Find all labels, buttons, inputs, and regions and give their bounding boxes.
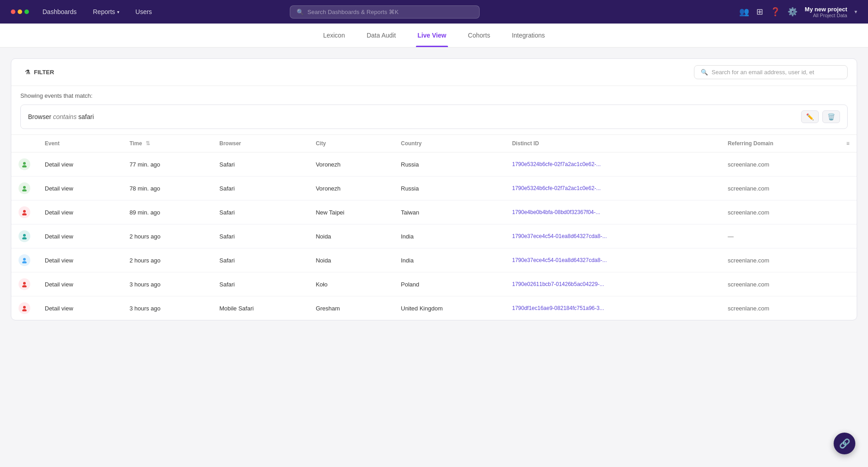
global-search[interactable]: 🔍 Search Dashboards & Reports ⌘K — [290, 5, 480, 19]
row-time: 2 hours ago — [122, 224, 212, 248]
svg-point-0 — [23, 162, 26, 165]
col-distinct-id: Distinct ID — [505, 135, 721, 152]
tab-live-view[interactable]: Live View — [416, 24, 448, 47]
svg-point-12 — [23, 306, 26, 309]
table-row[interactable]: Detail view 2 hours ago Safari Noida Ind… — [11, 248, 857, 272]
row-distinct-id[interactable]: 1790e02611bcb7-01426b5ac04229-... — [505, 272, 721, 296]
col-referring-domain: Referring Domain — [721, 135, 839, 152]
svg-point-3 — [22, 189, 27, 191]
columns-icon[interactable]: ≡ — [846, 140, 849, 147]
row-browser: Mobile Safari — [212, 296, 308, 320]
row-browser: Safari — [212, 200, 308, 224]
row-browser: Safari — [212, 272, 308, 296]
row-options-cell — [839, 248, 857, 272]
row-referring-domain: screenlane.com — [721, 176, 839, 200]
sub-nav: Lexicon Data Audit Live View Cohorts Int… — [0, 24, 868, 48]
row-distinct-id[interactable]: 1790e4be0b4bfa-08bd0f32367f04-... — [505, 200, 721, 224]
row-city: New Taipei — [308, 200, 393, 224]
row-event: Detail view — [38, 224, 122, 248]
row-options-cell — [839, 296, 857, 320]
svg-point-6 — [23, 234, 26, 237]
svg-point-4 — [23, 210, 26, 213]
col-time[interactable]: Time ⇅ — [122, 135, 212, 152]
grid-icon[interactable]: ⊞ — [756, 7, 763, 17]
row-time: 78 min. ago — [122, 176, 212, 200]
filter-icon: ⚗ — [25, 69, 30, 76]
table-row[interactable]: Detail view 2 hours ago Safari Noida Ind… — [11, 224, 857, 248]
filter-bar: ⚗ FILTER 🔍 Search for an email address, … — [11, 59, 857, 86]
close-dot — [11, 10, 15, 14]
edit-condition-button[interactable]: ✏️ — [801, 110, 819, 123]
row-browser: Safari — [212, 248, 308, 272]
tab-integrations[interactable]: Integrations — [510, 24, 547, 47]
col-options: ≡ — [839, 135, 857, 152]
row-city: Noida — [308, 248, 393, 272]
avatar — [19, 158, 30, 170]
row-referring-domain: screenlane.com — [721, 248, 839, 272]
table-header-row: Event Time ⇅ Browser City Country — [11, 135, 857, 152]
row-options-cell — [839, 200, 857, 224]
link-icon: 🔗 — [839, 438, 850, 449]
row-event: Detail view — [38, 200, 122, 224]
row-event: Detail view — [38, 152, 122, 176]
row-time: 2 hours ago — [122, 248, 212, 272]
svg-point-11 — [22, 285, 27, 287]
search-icon: 🔍 — [297, 9, 304, 15]
tab-lexicon[interactable]: Lexicon — [321, 24, 347, 47]
share-button[interactable]: 🔗 — [834, 433, 855, 454]
filter-condition: Browser contains safari ✏️ 🗑️ — [20, 105, 848, 129]
row-distinct-id[interactable]: 1790e37ece4c54-01ea8d64327cda8-... — [505, 248, 721, 272]
maximize-dot — [24, 10, 29, 14]
avatar — [19, 230, 30, 242]
minimize-dot — [18, 10, 22, 14]
nav-right: 👥 ⊞ ❓ ⚙️ My new project All Project Data… — [739, 6, 857, 18]
row-event: Detail view — [38, 296, 122, 320]
row-distinct-id[interactable]: 1790e5324b6cfe-02f7a2ac1c0e62-... — [505, 176, 721, 200]
tab-cohorts[interactable]: Cohorts — [466, 24, 492, 47]
row-avatar-cell — [11, 224, 38, 248]
svg-point-2 — [23, 186, 26, 189]
help-icon[interactable]: ❓ — [770, 7, 780, 17]
table-row[interactable]: Detail view 77 min. ago Safari Voronezh … — [11, 152, 857, 176]
nav-dashboards[interactable]: Dashboards — [36, 5, 83, 19]
table-row[interactable]: Detail view 3 hours ago Mobile Safari Gr… — [11, 296, 857, 320]
row-country: United Kingdom — [394, 296, 505, 320]
col-event: Event — [38, 135, 122, 152]
avatar — [19, 206, 30, 218]
settings-icon[interactable]: ⚙️ — [788, 7, 797, 17]
row-time: 3 hours ago — [122, 296, 212, 320]
tab-data-audit[interactable]: Data Audit — [365, 24, 398, 47]
row-distinct-id[interactable]: 1790e37ece4c54-01ea8d64327cda8-... — [505, 224, 721, 248]
nav-users[interactable]: Users — [129, 5, 159, 19]
nav-reports[interactable]: Reports ▾ — [87, 5, 126, 19]
row-time: 77 min. ago — [122, 152, 212, 176]
row-country: Taiwan — [394, 200, 505, 224]
project-selector[interactable]: My new project All Project Data — [805, 6, 847, 18]
row-event: Detail view — [38, 176, 122, 200]
table-row[interactable]: Detail view 78 min. ago Safari Voronezh … — [11, 176, 857, 200]
row-time: 3 hours ago — [122, 272, 212, 296]
svg-point-9 — [22, 261, 27, 263]
table-row[interactable]: Detail view 3 hours ago Safari Koło Pola… — [11, 272, 857, 296]
avatar — [19, 302, 30, 314]
row-distinct-id[interactable]: 1790e5324b6cfe-02f7a2ac1c0e62-... — [505, 152, 721, 176]
row-avatar-cell — [11, 248, 38, 272]
user-search[interactable]: 🔍 Search for an email address, user id, … — [694, 65, 848, 79]
main-content: ⚗ FILTER 🔍 Search for an email address, … — [0, 48, 868, 467]
events-table: Event Time ⇅ Browser City Country — [11, 134, 857, 320]
row-avatar-cell — [11, 272, 38, 296]
row-city: Noida — [308, 224, 393, 248]
filter-button[interactable]: ⚗ FILTER — [20, 66, 59, 78]
table-row[interactable]: Detail view 89 min. ago Safari New Taipe… — [11, 200, 857, 224]
row-distinct-id[interactable]: 1790df1ec16ae9-082184fc751a96-3... — [505, 296, 721, 320]
row-country: Russia — [394, 152, 505, 176]
svg-point-1 — [22, 165, 27, 167]
people-icon[interactable]: 👥 — [739, 7, 749, 17]
row-options-cell — [839, 152, 857, 176]
row-avatar-cell — [11, 176, 38, 200]
col-browser: Browser — [212, 135, 308, 152]
row-city: Koło — [308, 272, 393, 296]
row-referring-domain: screenlane.com — [721, 200, 839, 224]
svg-point-5 — [22, 213, 27, 215]
delete-condition-button[interactable]: 🗑️ — [822, 110, 840, 123]
